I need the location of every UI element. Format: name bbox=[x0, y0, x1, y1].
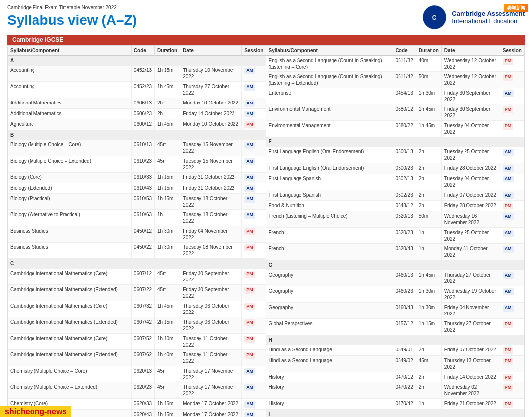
cell-syllabus: Biology (Extended) bbox=[8, 183, 131, 194]
right-table-header: Syllabus/Component Code Duration Date Se… bbox=[266, 46, 525, 56]
cell-code: 0460/13 bbox=[393, 270, 416, 286]
cell-session: AM bbox=[242, 183, 266, 194]
cell-syllabus: Biology (Practical) bbox=[8, 194, 131, 210]
cell-date: Wednesday 12 October 2022 bbox=[441, 56, 500, 72]
table-row: Agriculture 0600/12 1h 45m Monday 10 Oct… bbox=[8, 119, 266, 130]
cell-syllabus: English as a Second Language (Count-in S… bbox=[266, 56, 393, 72]
table-row: Biology (Multiple Choice – Core) 0610/13… bbox=[8, 140, 266, 156]
cell-code: 0606/13 bbox=[131, 98, 154, 109]
section-row: C bbox=[8, 259, 266, 269]
cell-duration: 2h bbox=[416, 382, 441, 399]
cell-duration: 1h 30m bbox=[155, 226, 180, 243]
table-row: Biology (Multiple Choice – Extended) 061… bbox=[8, 156, 266, 173]
cell-syllabus: Hindi as a Second Language bbox=[266, 355, 393, 372]
cell-duration: 2h bbox=[416, 201, 441, 211]
table-row: Biology (Practical) 0610/53 1h 15m Tuesd… bbox=[8, 194, 266, 210]
cell-date: Friday 28 October 2022 bbox=[441, 163, 500, 174]
table-row: Biology (Alternative to Practical) 0610/… bbox=[8, 210, 266, 226]
section-row: H bbox=[266, 335, 525, 345]
cell-date: Thursday 17 November 2022 bbox=[180, 366, 242, 382]
cell-duration: 1h 45m bbox=[416, 104, 441, 121]
section-row: B bbox=[8, 130, 266, 140]
cell-duration: 40m bbox=[416, 56, 441, 72]
cell-date: Tuesday 11 October 2022 bbox=[180, 350, 242, 366]
cell-syllabus: Agriculture bbox=[8, 119, 131, 130]
cell-duration: 2h bbox=[416, 174, 441, 190]
cell-syllabus: Hindi as a Second Language bbox=[266, 345, 393, 356]
col-duration-left: Duration bbox=[155, 46, 180, 56]
cell-syllabus: Biology (Alternative to Practical) bbox=[8, 210, 131, 226]
cell-duration: 1h 30m bbox=[416, 286, 441, 303]
cell-date: Monday 10 October 2022 bbox=[180, 98, 242, 109]
cell-date: Friday 14 October 2022 bbox=[441, 372, 500, 382]
cell-session: AM bbox=[242, 108, 266, 119]
header-title: Syllabus view (A–Z) bbox=[7, 12, 137, 28]
cell-date: Tuesday 04 October 2022 bbox=[441, 174, 500, 190]
cell-duration: 45m bbox=[155, 366, 180, 382]
cell-code: 0607/62 bbox=[131, 350, 154, 366]
section-label-cell: A bbox=[8, 56, 266, 66]
cell-session: PM bbox=[242, 243, 266, 259]
cell-session: PM bbox=[242, 119, 266, 130]
cell-code: 0606/23 bbox=[131, 108, 154, 119]
watermark-top: 狮城新闻 bbox=[504, 4, 528, 12]
cell-syllabus: First Language English (Oral Endorsement… bbox=[266, 147, 393, 163]
table-row: History 0470/12 2h Friday 14 October 202… bbox=[266, 372, 525, 382]
page-header: Cambridge Final Exam Timetable November … bbox=[7, 5, 525, 30]
cell-session: AM bbox=[500, 228, 524, 244]
cell-date: Friday 30 September 2022 bbox=[180, 269, 242, 285]
cell-syllabus: First Language Spanish bbox=[266, 174, 393, 190]
cell-session: PM bbox=[500, 399, 524, 410]
cell-syllabus: Geography bbox=[266, 286, 393, 303]
cell-date: Tuesday 25 October 2022 bbox=[441, 147, 500, 163]
cell-date: Friday 04 November 2022 bbox=[180, 226, 242, 243]
cell-duration: 1h 45m bbox=[155, 301, 180, 317]
table-row: Geography 0460/13 1h 45m Thursday 27 Oct… bbox=[266, 270, 525, 286]
cell-code: 0511/42 bbox=[393, 72, 416, 88]
cell-code: 0511/32 bbox=[393, 56, 416, 72]
cell-session: PM bbox=[242, 226, 266, 243]
cell-syllabus: Biology (Core) bbox=[8, 173, 131, 183]
cell-session: PM bbox=[500, 319, 524, 335]
cell-session: AM bbox=[500, 270, 524, 286]
cell-duration: 1h 10m bbox=[155, 334, 180, 350]
cell-session: AM bbox=[242, 173, 266, 183]
col-syllabus-left: Syllabus/Component bbox=[8, 46, 131, 56]
table-row: Accounting 0452/13 1h 15m Thursday 10 No… bbox=[8, 66, 266, 82]
cell-duration: 1h bbox=[155, 210, 180, 226]
cell-syllabus: Cambridge International Mathematics (Ext… bbox=[8, 285, 131, 301]
table-row: Cambridge International Mathematics (Cor… bbox=[8, 269, 266, 285]
cell-code: 0680/12 bbox=[393, 104, 416, 121]
cell-syllabus: History bbox=[266, 372, 393, 382]
cell-code: 0460/23 bbox=[393, 286, 416, 303]
table-row: Enterprise 0454/13 1h 30m Friday 30 Sept… bbox=[266, 88, 525, 104]
section-label-cell: I bbox=[266, 410, 525, 417]
table-row: Cambridge International Mathematics (Ext… bbox=[8, 317, 266, 334]
col-syllabus-right: Syllabus/Component bbox=[266, 46, 393, 56]
cell-duration: 45m bbox=[416, 355, 441, 372]
cell-code: 0620/13 bbox=[131, 366, 154, 382]
col-date-right: Date bbox=[441, 46, 500, 56]
cell-duration: 2h bbox=[416, 147, 441, 163]
cell-date: Tuesday 18 October 2022 bbox=[180, 210, 242, 226]
cell-date: Thursday 06 October 2022 bbox=[180, 301, 242, 317]
cell-syllabus: Accounting bbox=[8, 66, 131, 82]
table-row: Chemistry (Multiple Choice – Core) 0620/… bbox=[8, 366, 266, 382]
table-row: English as a Second Language (Count-in S… bbox=[266, 56, 525, 72]
cell-syllabus: Additional Mathematics bbox=[8, 108, 131, 119]
cell-date: Monday 17 October 2022 bbox=[180, 399, 242, 410]
cell-duration: 1h 30m bbox=[416, 303, 441, 319]
col-date-left: Date bbox=[180, 46, 242, 56]
table-row: Hindi as a Second Language 0549/01 2h Fr… bbox=[266, 345, 525, 356]
cell-code: 0452/23 bbox=[131, 82, 154, 98]
cell-duration: 2h bbox=[416, 372, 441, 382]
section-row: G bbox=[266, 260, 525, 270]
cell-code: 0470/12 bbox=[393, 372, 416, 382]
cell-date: Friday 30 September 2022 bbox=[441, 104, 500, 121]
cell-syllabus: Environmental Management bbox=[266, 104, 393, 121]
section-label-cell: C bbox=[8, 259, 266, 269]
cell-syllabus: Food & Nutrition bbox=[266, 201, 393, 211]
cell-duration: 1h 15m bbox=[155, 410, 180, 417]
cell-session: AM bbox=[242, 98, 266, 109]
cell-duration: 45m bbox=[155, 156, 180, 173]
